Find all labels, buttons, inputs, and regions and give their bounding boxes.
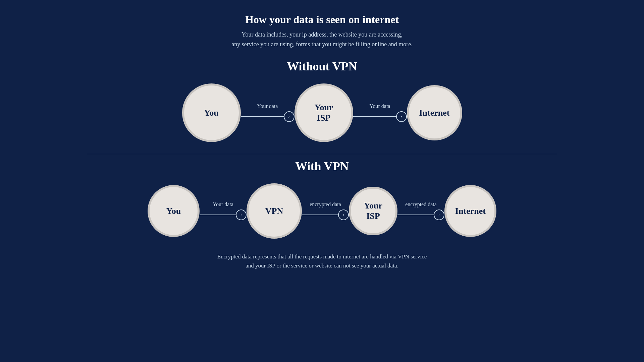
without-vpn-title: Without VPN <box>287 59 357 73</box>
without-vpn-internet-label: Internet <box>419 108 450 118</box>
without-vpn-isp-label: YourISP <box>315 102 333 123</box>
with-vpn-diagram: You Your data › VPN encrypted data › You… <box>148 183 496 239</box>
with-vpn-title: With VPN <box>295 159 349 173</box>
arrow-chevron: › <box>284 111 294 122</box>
with-vpn-arrow-3-label: encrypted data <box>405 201 437 207</box>
with-vpn-vpn-node: VPN <box>247 183 302 239</box>
with-vpn-vpn-label: VPN <box>265 206 283 216</box>
page-title: How your data is seen on internet <box>245 13 399 26</box>
with-vpn-internet-node: Internet <box>444 185 496 237</box>
with-vpn-arrow-3: encrypted data › <box>397 201 444 220</box>
with-vpn-arrow-3-line: › <box>397 209 444 220</box>
without-vpn-internet-node: Internet <box>407 85 462 140</box>
with-vpn-arrow-2-label: encrypted data <box>310 201 341 207</box>
with-vpn-you-node: You <box>148 185 200 237</box>
with-vpn-isp-label: YourISP <box>364 200 382 221</box>
arrow-line-segment <box>397 215 434 215</box>
arrow-chevron: › <box>396 111 407 122</box>
without-vpn-arrow-1-line: › <box>241 111 294 122</box>
without-vpn-diagram: You Your data › YourISP Your data › Inte… <box>182 83 462 142</box>
without-vpn-arrow-2-label: Your data <box>370 103 390 109</box>
with-vpn-you-label: You <box>166 206 181 216</box>
arrow-chevron: › <box>338 209 349 220</box>
arrow-chevron: › <box>236 209 247 220</box>
without-vpn-you-node: You <box>182 83 241 142</box>
section-divider <box>87 154 557 154</box>
with-vpn-arrow-1: Your data › <box>200 201 247 220</box>
arrow-line-segment <box>302 215 338 215</box>
without-vpn-section: Without VPN You Your data › YourISP Your… <box>0 59 644 145</box>
without-vpn-isp-node: YourISP <box>294 83 353 142</box>
with-vpn-arrow-1-line: › <box>200 209 247 220</box>
arrow-chevron: › <box>434 209 444 220</box>
without-vpn-you-label: You <box>204 108 218 118</box>
with-vpn-isp-node: YourISP <box>349 187 397 235</box>
with-vpn-section: With VPN You Your data › VPN encrypted d… <box>0 159 644 242</box>
arrow-line-segment <box>241 116 284 117</box>
without-vpn-arrow-2-line: › <box>353 111 407 122</box>
without-vpn-arrow-2: Your data › <box>353 103 407 122</box>
arrow-line-segment <box>353 116 396 117</box>
without-vpn-arrow-1: Your data › <box>241 103 294 122</box>
without-vpn-arrow-1-label: Your data <box>257 103 278 109</box>
page-subtitle: Your data includes, your ip address, the… <box>231 30 412 49</box>
with-vpn-arrow-2: encrypted data › <box>302 201 349 220</box>
footer-note: Encrypted data represents that all the r… <box>217 252 427 270</box>
arrow-line-segment <box>200 215 236 215</box>
with-vpn-arrow-1-label: Your data <box>213 201 233 207</box>
with-vpn-internet-label: Internet <box>455 206 486 216</box>
with-vpn-arrow-2-line: › <box>302 209 349 220</box>
